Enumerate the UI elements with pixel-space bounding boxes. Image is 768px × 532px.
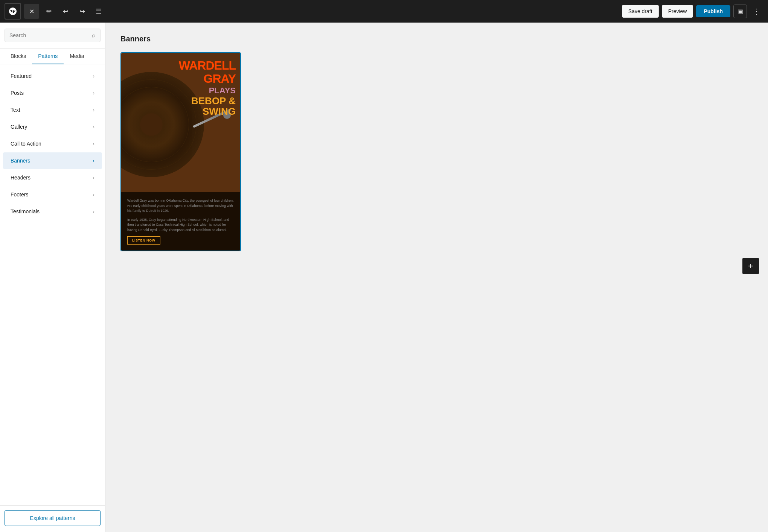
chevron-icon: › xyxy=(93,208,94,214)
banner-text-overlay: WARDELL GRAY PLAYS BEBOP & SWING xyxy=(179,59,236,117)
category-item-testimonials[interactable]: Testimonials › xyxy=(3,203,102,220)
explore-all-patterns-button[interactable]: Explore all patterns xyxy=(5,510,101,526)
more-icon: ⋮ xyxy=(753,7,760,16)
banner-title-line1: WARDELL xyxy=(179,59,236,72)
banner-title-line3: PLAYS xyxy=(179,86,236,95)
chevron-icon: › xyxy=(93,90,94,96)
preview-button[interactable]: Preview xyxy=(662,5,693,18)
banner-title-line5: SWING xyxy=(179,106,236,117)
main-layout: ⌕ Blocks Patterns Media Featured › Posts… xyxy=(0,23,768,532)
banner-bottom: Wardell Gray was born in Oklahoma City, … xyxy=(121,192,240,251)
content-area: Banners WARDELL GRAY PLAYS BEBOP & SWING xyxy=(105,23,768,532)
search-input[interactable] xyxy=(9,32,92,38)
wordpress-logo xyxy=(5,3,21,20)
top-bar: ✕ ✏ ↩ ↪ ☰ Save draft Preview Publish ▣ ⋮ xyxy=(0,0,768,23)
sidebar-toggle-icon: ▣ xyxy=(738,8,743,15)
edit-icon: ✏ xyxy=(46,7,52,15)
category-list: Featured › Posts › Text › Gallery › Call… xyxy=(0,64,105,505)
category-item-featured[interactable]: Featured › xyxy=(3,68,102,84)
publish-button[interactable]: Publish xyxy=(696,5,730,17)
add-button[interactable]: + xyxy=(742,258,759,274)
category-item-text[interactable]: Text › xyxy=(3,102,102,118)
banner-description-p2: In early 1935, Gray began attending Nort… xyxy=(127,217,234,233)
chevron-icon: › xyxy=(93,175,94,181)
category-item-banners[interactable]: Banners › xyxy=(3,152,102,169)
content-title: Banners xyxy=(120,35,753,43)
left-sidebar: ⌕ Blocks Patterns Media Featured › Posts… xyxy=(0,23,105,532)
list-view-button[interactable]: ☰ xyxy=(92,5,105,18)
category-item-call-to-action[interactable]: Call to Action › xyxy=(3,135,102,152)
banner-description-p1: Wardell Gray was born in Oklahoma City, … xyxy=(127,198,234,214)
category-item-footers[interactable]: Footers › xyxy=(3,186,102,203)
banner-title-line4: BEBOP & xyxy=(179,96,236,106)
chevron-icon: › xyxy=(93,192,94,198)
chevron-icon: › xyxy=(93,73,94,79)
chevron-icon: › xyxy=(93,141,94,147)
topbar-actions: Save draft Preview Publish ▣ ⋮ xyxy=(622,5,763,18)
more-options-button[interactable]: ⋮ xyxy=(750,5,763,18)
explore-btn-wrapper: Explore all patterns xyxy=(0,505,105,532)
tab-media[interactable]: Media xyxy=(64,49,90,64)
banner-image-area: WARDELL GRAY PLAYS BEBOP & SWING xyxy=(121,53,240,192)
category-item-posts[interactable]: Posts › xyxy=(3,85,102,101)
save-draft-button[interactable]: Save draft xyxy=(622,5,659,18)
list-icon: ☰ xyxy=(96,7,102,15)
tabs-bar: Blocks Patterns Media xyxy=(0,49,105,64)
search-wrapper: ⌕ xyxy=(5,29,101,42)
redo-icon: ↪ xyxy=(79,7,85,15)
tab-blocks[interactable]: Blocks xyxy=(5,49,32,64)
undo-button[interactable]: ↩ xyxy=(59,5,72,18)
edit-button[interactable]: ✏ xyxy=(42,5,56,18)
chevron-icon: › xyxy=(93,124,94,130)
chevron-icon: › xyxy=(93,107,94,113)
search-box: ⌕ xyxy=(0,23,105,49)
banner-card[interactable]: WARDELL GRAY PLAYS BEBOP & SWING Wardell… xyxy=(120,52,241,251)
banner-title-line2: GRAY xyxy=(179,72,236,85)
sidebar-toggle-button[interactable]: ▣ xyxy=(733,5,747,18)
category-item-gallery[interactable]: Gallery › xyxy=(3,119,102,135)
close-button[interactable]: ✕ xyxy=(24,4,39,19)
tab-patterns[interactable]: Patterns xyxy=(32,49,64,64)
chevron-icon: › xyxy=(93,158,94,164)
category-item-headers[interactable]: Headers › xyxy=(3,169,102,186)
search-icon: ⌕ xyxy=(92,32,96,39)
undo-icon: ↩ xyxy=(63,7,69,15)
listen-now-button[interactable]: LISTEN NOW xyxy=(127,236,160,245)
redo-button[interactable]: ↪ xyxy=(75,5,89,18)
